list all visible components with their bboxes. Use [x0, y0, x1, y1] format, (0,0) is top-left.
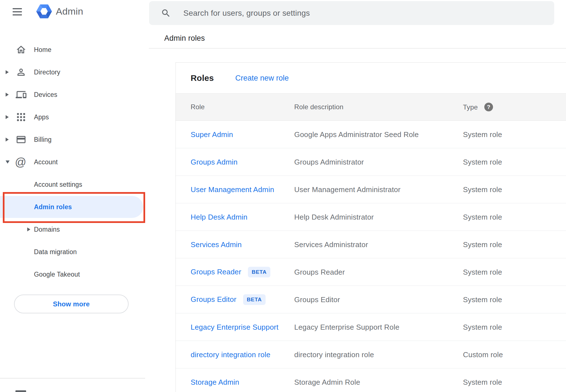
role-link[interactable]: Groups Admin	[191, 158, 238, 166]
help-icon[interactable]: ?	[484, 103, 493, 111]
sidebar-divider	[0, 378, 145, 379]
roles-panel-header: Roles Create new role	[176, 63, 566, 94]
breadcrumb: Admin roles	[164, 34, 205, 43]
search-icon	[161, 8, 171, 18]
show-more-button[interactable]: Show more	[14, 295, 129, 313]
role-link[interactable]: Storage Admin	[191, 378, 239, 386]
role-link[interactable]: Groups Reader	[191, 268, 241, 276]
admin-logo[interactable]: Admin	[36, 3, 83, 20]
sidebar-item-label: Data migration	[34, 248, 77, 256]
role-description: Help Desk Administrator	[294, 213, 374, 221]
role-link[interactable]: Super Admin	[191, 130, 233, 139]
role-description: Google Apps Administrator Seed Role	[294, 130, 419, 139]
chevron-right-icon[interactable]	[27, 227, 30, 231]
role-type: System role	[463, 323, 502, 331]
search-bar[interactable]: Search for users, groups or settings	[149, 1, 554, 25]
role-type: System role	[463, 378, 502, 386]
role-link[interactable]: Help Desk Admin	[191, 213, 247, 221]
sidebar-item-domains[interactable]: Domains	[0, 218, 145, 241]
role-type: System role	[463, 240, 502, 249]
role-cell: Groups Reader BETA	[191, 267, 270, 277]
beta-badge: BETA	[243, 294, 266, 305]
role-type: System role	[463, 295, 502, 304]
sidebar-item-data-migration[interactable]: Data migration	[0, 241, 145, 263]
column-header-description: Role description	[294, 103, 343, 111]
hamburger-menu-icon[interactable]	[13, 8, 22, 15]
sidebar-item-label: Devices	[34, 91, 57, 99]
sidebar-item-apps[interactable]: Apps	[0, 106, 145, 128]
sidebar-item-account[interactable]: @ Account	[0, 151, 145, 173]
chevron-right-icon[interactable]	[6, 115, 9, 119]
role-description: Groups Administrator	[294, 158, 364, 166]
role-cell: Storage Admin	[191, 378, 239, 386]
role-cell: directory integration role	[191, 350, 270, 359]
role-description: Legacy Enterprise Support Role	[294, 323, 400, 331]
role-type: System role	[463, 158, 502, 166]
table-header-row: Role Role description Type ?	[176, 94, 566, 121]
admin-hexagon-logo-icon	[36, 3, 52, 20]
role-link[interactable]: Services Admin	[191, 240, 242, 249]
table-row: Groups Reader BETA Groups Reader System …	[176, 258, 566, 286]
main-content: Search for users, groups or settings Adm…	[145, 0, 566, 392]
sidebar-item-label: Directory	[34, 69, 60, 76]
role-type: System role	[463, 185, 502, 194]
column-header-role: Role	[191, 103, 205, 111]
chevron-down-icon[interactable]	[6, 161, 10, 164]
role-description: Storage Admin Role	[294, 378, 360, 386]
role-link[interactable]: Legacy Enterprise Support	[191, 323, 279, 331]
table-row: User Management Admin User Management Ad…	[176, 176, 566, 203]
sidebar-item-billing[interactable]: Billing	[0, 128, 145, 151]
chevron-right-icon[interactable]	[6, 70, 9, 74]
sidebar-item-label: Apps	[34, 113, 49, 121]
sidebar-item-label: Google Takeout	[34, 271, 80, 278]
sidebar-item-label: Billing	[34, 136, 52, 143]
roles-panel: Roles Create new role Role Role descript…	[175, 62, 566, 392]
role-cell: Help Desk Admin	[191, 213, 247, 221]
beta-badge: BETA	[248, 267, 270, 277]
role-cell: Services Admin	[191, 240, 242, 249]
sidebar-item-label: Admin roles	[34, 203, 72, 211]
role-description: User Management Administrator	[294, 185, 401, 194]
sidebar-item-label: Home	[34, 46, 51, 54]
devices-icon	[16, 89, 26, 100]
role-type: System role	[463, 130, 502, 139]
table-row: Groups Admin Groups Administrator System…	[176, 148, 566, 176]
create-new-role-link[interactable]: Create new role	[235, 74, 289, 82]
sidebar-item-label: Account settings	[34, 181, 82, 188]
admin-console: Admin Home Directory Devices	[0, 0, 566, 392]
sidebar-item-admin-roles[interactable]: Admin roles	[0, 196, 145, 218]
role-cell: User Management Admin	[191, 185, 274, 194]
sidebar-item-home[interactable]: Home	[0, 38, 145, 61]
sidebar-item-label: Account	[34, 158, 58, 166]
sidebar-item-account-settings[interactable]: Account settings	[0, 173, 145, 196]
role-cell: Groups Admin	[191, 158, 238, 166]
role-link[interactable]: Groups Editor	[191, 295, 236, 304]
column-header-type-label: Type	[463, 103, 478, 111]
chevron-right-icon[interactable]	[6, 138, 9, 142]
table-row: Groups Editor BETA Groups Editor System …	[176, 286, 566, 313]
table-row: Services Admin Services Administrator Sy…	[176, 231, 566, 258]
brand-name: Admin	[56, 6, 83, 17]
table-row: Legacy Enterprise Support Legacy Enterpr…	[176, 313, 566, 341]
clipped-bottom-icon	[15, 390, 26, 392]
chevron-right-icon[interactable]	[6, 93, 9, 97]
sidebar-item-directory[interactable]: Directory	[0, 61, 145, 83]
role-cell: Groups Editor BETA	[191, 294, 266, 305]
role-link[interactable]: User Management Admin	[191, 185, 274, 194]
table-row: directory integration role directory int…	[176, 341, 566, 368]
hamburger-bar	[13, 14, 22, 15]
role-cell: Super Admin	[191, 130, 233, 139]
sidebar-item-google-takeout[interactable]: Google Takeout	[0, 263, 145, 286]
panel-title: Roles	[191, 73, 214, 83]
hamburger-bar	[13, 8, 22, 9]
sidebar-item-label: Domains	[34, 226, 60, 233]
role-cell: Legacy Enterprise Support	[191, 323, 279, 331]
person-icon	[16, 67, 26, 78]
table-row: Super Admin Google Apps Administrator Se…	[176, 121, 566, 148]
hamburger-bar	[13, 11, 22, 12]
sidebar-item-devices[interactable]: Devices	[0, 83, 145, 106]
role-description: Groups Editor	[294, 295, 340, 304]
role-description: Services Administrator	[294, 240, 368, 249]
role-link[interactable]: directory integration role	[191, 350, 270, 359]
at-sign-icon: @	[15, 156, 26, 168]
